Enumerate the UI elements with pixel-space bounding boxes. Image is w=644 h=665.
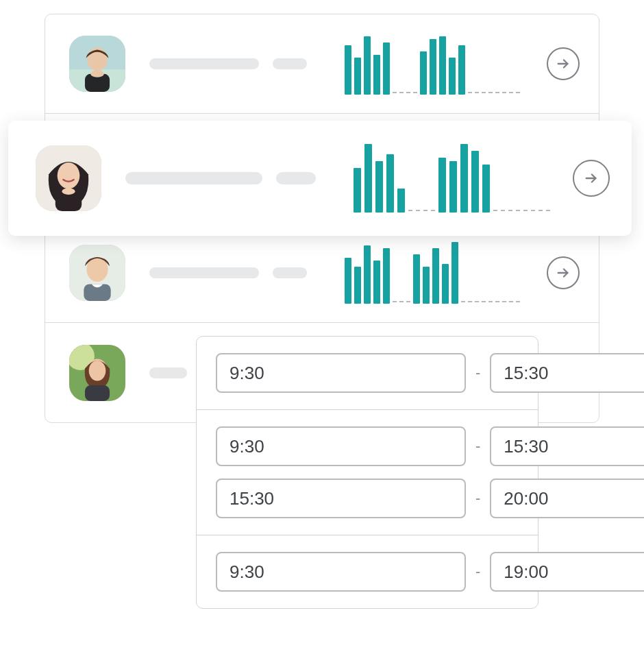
- avatar: [36, 145, 101, 211]
- activity-sparkline: [354, 144, 550, 213]
- time-range-row: -: [216, 479, 519, 518]
- arrow-right-icon: [556, 265, 571, 280]
- svg-point-19: [62, 188, 75, 195]
- time-section: -: [197, 337, 538, 410]
- detail-placeholder: [273, 58, 307, 69]
- detail-placeholder: [276, 172, 316, 184]
- open-row-button[interactable]: [547, 256, 580, 289]
- name-placeholder: [149, 367, 187, 378]
- user-row-selected[interactable]: [8, 121, 632, 236]
- svg-rect-14: [85, 385, 110, 401]
- svg-point-13: [89, 360, 106, 380]
- time-end-input[interactable]: [490, 426, 644, 466]
- user-row[interactable]: [45, 14, 599, 114]
- time-range-editor: - - - -: [196, 336, 538, 609]
- arrow-right-icon: [584, 171, 599, 186]
- name-placeholder: [149, 267, 259, 278]
- time-start-input[interactable]: [216, 552, 466, 592]
- avatar: [69, 36, 125, 92]
- activity-sparkline: [345, 33, 520, 95]
- time-end-input[interactable]: [490, 479, 644, 518]
- range-separator: -: [475, 489, 480, 507]
- range-separator: -: [475, 437, 480, 455]
- time-end-input[interactable]: [490, 552, 644, 592]
- time-section: - -: [197, 410, 538, 535]
- range-separator: -: [475, 364, 480, 382]
- name-placeholder: [149, 58, 259, 69]
- row-text-placeholder: [149, 267, 307, 278]
- row-text-placeholder: [149, 58, 307, 69]
- detail-placeholder: [273, 267, 307, 278]
- row-text-placeholder: [125, 172, 316, 184]
- activity-sparkline: [345, 242, 520, 304]
- svg-rect-18: [55, 193, 82, 211]
- avatar: [69, 245, 125, 301]
- time-range-row: -: [216, 426, 519, 466]
- range-separator: -: [475, 563, 480, 581]
- time-start-input[interactable]: [216, 353, 466, 393]
- arrow-right-icon: [556, 56, 571, 71]
- name-placeholder: [125, 172, 262, 184]
- open-row-button[interactable]: [573, 160, 610, 197]
- time-start-input[interactable]: [216, 479, 466, 518]
- time-start-input[interactable]: [216, 426, 466, 466]
- svg-point-17: [58, 162, 80, 189]
- time-end-input[interactable]: [490, 353, 644, 393]
- time-range-row: -: [216, 552, 519, 592]
- time-range-row: -: [216, 353, 519, 393]
- open-row-button[interactable]: [547, 47, 580, 80]
- time-section: -: [197, 535, 538, 608]
- svg-point-4: [90, 71, 104, 77]
- user-row[interactable]: [45, 223, 599, 323]
- avatar: [69, 345, 125, 401]
- row-text-placeholder: [149, 367, 187, 378]
